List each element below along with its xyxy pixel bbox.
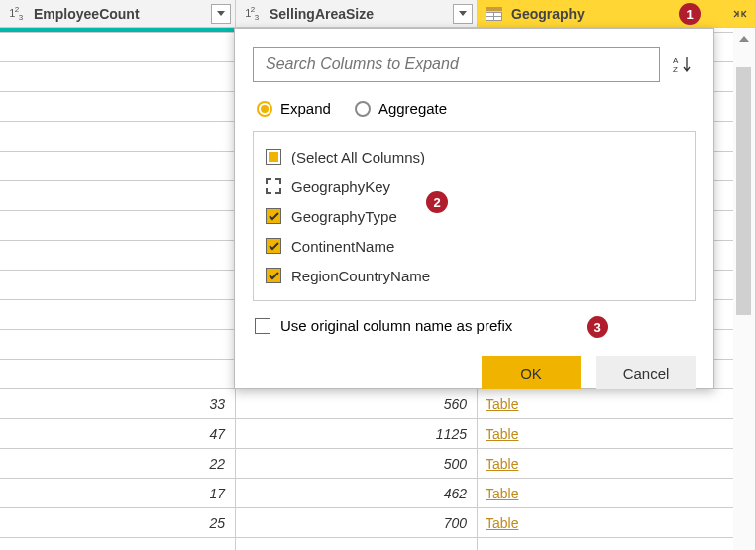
cell-link[interactable]: Table bbox=[478, 479, 755, 508]
cell[interactable]: 33 bbox=[0, 389, 235, 419]
cell[interactable] bbox=[0, 181, 235, 211]
column-header-sellingareasize[interactable]: 123 SellingAreaSize bbox=[236, 0, 477, 28]
number-type-icon: 123 bbox=[4, 4, 28, 24]
number-type-icon: 123 bbox=[240, 4, 264, 24]
cell[interactable] bbox=[0, 271, 235, 300]
columns-list: (Select All Columns) GeographyKey Geogra… bbox=[253, 131, 696, 301]
sort-az-icon[interactable]: AZ bbox=[670, 52, 696, 77]
cell-link[interactable]: Table bbox=[478, 508, 755, 538]
column-header-geography[interactable]: Geography bbox=[478, 0, 755, 28]
cell[interactable] bbox=[0, 122, 235, 152]
column-body: 33 47 22 17 25 bbox=[0, 33, 235, 538]
vertical-scrollbar[interactable] bbox=[733, 28, 755, 550]
checkbox-regioncountryname[interactable]: RegionCountryName bbox=[266, 261, 683, 290]
scroll-thumb[interactable] bbox=[736, 67, 751, 315]
cell[interactable]: 500 bbox=[236, 449, 477, 479]
checkbox-label: Use original column name as prefix bbox=[280, 317, 512, 334]
cell[interactable]: 560 bbox=[236, 389, 477, 419]
checkbox-label: RegionCountryName bbox=[291, 268, 430, 284]
cell[interactable]: 1125 bbox=[236, 419, 477, 449]
cell[interactable] bbox=[0, 62, 235, 92]
cell[interactable]: 25 bbox=[0, 508, 235, 538]
svg-text:Z: Z bbox=[673, 65, 678, 73]
header-label: EmployeeCount bbox=[34, 6, 211, 22]
cell[interactable] bbox=[0, 300, 235, 330]
cell[interactable] bbox=[0, 360, 235, 389]
cell[interactable]: 17 bbox=[0, 479, 235, 508]
cell[interactable] bbox=[0, 211, 235, 241]
checkbox-label: GeographyType bbox=[291, 208, 397, 225]
cell[interactable] bbox=[0, 330, 235, 360]
search-input[interactable] bbox=[253, 47, 660, 82]
radio-label: Aggregate bbox=[378, 100, 447, 117]
cell[interactable] bbox=[0, 152, 235, 181]
cell[interactable] bbox=[0, 33, 235, 62]
svg-text:A: A bbox=[673, 56, 679, 65]
callout-3: 3 bbox=[587, 316, 608, 338]
cell[interactable] bbox=[0, 241, 235, 271]
table-type-icon bbox=[482, 4, 505, 24]
expand-column-icon[interactable] bbox=[729, 2, 751, 26]
filter-dropdown[interactable] bbox=[453, 4, 473, 24]
radio-label: Expand bbox=[280, 100, 331, 117]
checkbox-continentname[interactable]: ContinentName bbox=[266, 231, 683, 261]
cell-link[interactable]: Table bbox=[478, 419, 755, 449]
checkbox-geographykey[interactable]: GeographyKey bbox=[266, 171, 683, 201]
cancel-button[interactable]: Cancel bbox=[596, 356, 696, 389]
header-label: SellingAreaSize bbox=[270, 6, 453, 22]
callout-1: 1 bbox=[679, 3, 701, 25]
column-header-employeecount[interactable]: 123 EmployeeCount bbox=[0, 0, 235, 28]
column-employeecount: 123 EmployeeCount 33 47 22 17 25 bbox=[0, 0, 236, 550]
cell[interactable]: 700 bbox=[236, 508, 477, 538]
checkbox-label: (Select All Columns) bbox=[291, 149, 425, 165]
filter-dropdown[interactable] bbox=[211, 4, 231, 24]
cell[interactable]: 47 bbox=[0, 419, 235, 449]
radio-aggregate[interactable]: Aggregate bbox=[355, 100, 447, 117]
scroll-up-icon[interactable] bbox=[733, 28, 755, 50]
checkbox-geographytype[interactable]: GeographyType bbox=[266, 201, 683, 231]
checkbox-label: GeographyKey bbox=[291, 178, 390, 195]
expand-popup: AZ Expand Aggregate (Select All Columns)… bbox=[234, 28, 714, 389]
callout-2: 2 bbox=[426, 191, 448, 213]
checkbox-select-all[interactable]: (Select All Columns) bbox=[266, 142, 683, 171]
ok-button[interactable]: OK bbox=[482, 356, 581, 389]
cell[interactable]: 462 bbox=[236, 479, 477, 508]
cell-link[interactable]: Table bbox=[478, 449, 755, 479]
radio-expand[interactable]: Expand bbox=[257, 100, 331, 117]
checkbox-use-prefix[interactable]: Use original column name as prefix bbox=[255, 317, 696, 334]
checkbox-label: ContinentName bbox=[291, 238, 394, 255]
cell[interactable]: 22 bbox=[0, 449, 235, 479]
cell[interactable] bbox=[0, 92, 235, 122]
cell-link[interactable]: Table bbox=[478, 389, 755, 419]
